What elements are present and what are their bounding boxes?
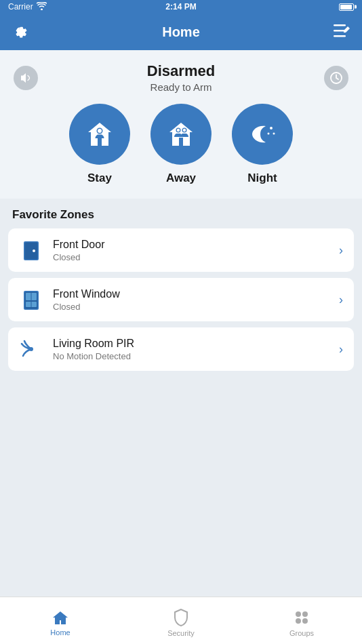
history-button[interactable] xyxy=(324,66,348,90)
zone-item-pir[interactable]: Living Room PIR No Motion Detected › xyxy=(8,327,354,371)
stay-icon xyxy=(83,117,117,151)
wifi-icon xyxy=(37,2,47,12)
carrier-label: Carrier xyxy=(8,2,33,12)
status-text: Disarmed Ready to Arm xyxy=(147,62,215,93)
svg-point-5 xyxy=(98,129,102,133)
svg-point-11 xyxy=(268,133,270,135)
pir-icon xyxy=(19,337,43,361)
sound-button[interactable] xyxy=(14,66,38,90)
status-bar-left: Carrier xyxy=(8,2,47,12)
status-bar: Carrier 2:14 PM xyxy=(0,0,362,14)
away-label: Away xyxy=(166,172,196,185)
away-circle xyxy=(150,104,212,165)
away-icon xyxy=(164,117,198,151)
zone-item-front-door[interactable]: Front Door Closed › xyxy=(8,228,354,272)
tab-security[interactable]: Security xyxy=(121,605,241,637)
svg-point-24 xyxy=(302,611,308,617)
tab-security-label: Security xyxy=(167,629,195,637)
groups-tab-icon xyxy=(293,609,310,626)
sound-icon xyxy=(20,72,32,84)
svg-point-15 xyxy=(33,249,35,252)
armed-sub: Ready to Arm xyxy=(147,81,215,93)
svg-point-12 xyxy=(273,133,275,135)
status-time: 2:14 PM xyxy=(165,2,196,12)
window-icon xyxy=(20,289,42,310)
zone-info-front-window: Front Window Closed xyxy=(53,288,339,312)
status-section: Disarmed Ready to Arm Stay xyxy=(0,50,362,199)
home-tab-icon xyxy=(52,609,69,626)
status-top: Disarmed Ready to Arm xyxy=(14,62,348,93)
svg-point-9 xyxy=(183,129,186,132)
zone-status-pir: No Motion Detected xyxy=(53,351,339,361)
night-icon xyxy=(245,117,279,151)
zone-status-front-door: Closed xyxy=(53,252,339,262)
edit-list-icon xyxy=(334,23,351,38)
chevron-icon-front-window: › xyxy=(339,293,343,307)
edit-button[interactable] xyxy=(334,23,351,41)
zone-item-front-window[interactable]: Front Window Closed › xyxy=(8,278,354,321)
svg-point-7 xyxy=(177,129,180,132)
svg-rect-0 xyxy=(334,24,346,26)
tab-bar: Home Security Groups xyxy=(0,597,362,644)
favorite-zones-header: Favorite Zones xyxy=(0,199,362,228)
zone-list: Front Door Closed › Front Window Closed … xyxy=(8,228,354,376)
security-tab-icon xyxy=(174,609,188,626)
svg-point-25 xyxy=(296,618,301,624)
chevron-icon-pir: › xyxy=(339,342,343,357)
svg-point-23 xyxy=(296,611,301,617)
gear-icon xyxy=(11,22,28,39)
tab-home[interactable]: Home xyxy=(0,605,121,637)
zone-info-front-door: Front Door Closed xyxy=(53,239,339,262)
svg-rect-2 xyxy=(334,35,346,37)
tab-groups-label: Groups xyxy=(289,629,314,637)
svg-point-26 xyxy=(302,618,308,624)
settings-button[interactable] xyxy=(11,22,28,42)
night-circle xyxy=(232,104,293,165)
svg-rect-14 xyxy=(25,243,38,260)
zone-status-front-window: Closed xyxy=(53,302,339,312)
battery-icon xyxy=(339,3,354,11)
stay-label: Stay xyxy=(87,172,112,185)
zone-info-pir: Living Room PIR No Motion Detected xyxy=(53,338,339,361)
svg-point-10 xyxy=(270,127,273,129)
away-button[interactable]: Away xyxy=(150,104,212,185)
pir-icon-wrap xyxy=(19,337,43,361)
clock-icon xyxy=(329,71,343,85)
nav-bar: Home xyxy=(0,14,362,50)
zone-name-pir: Living Room PIR xyxy=(53,338,339,350)
page-title: Home xyxy=(162,24,200,40)
door-icon-wrap xyxy=(19,238,43,262)
stay-button[interactable]: Stay xyxy=(69,104,130,185)
zone-name-front-window: Front Window xyxy=(53,288,339,300)
svg-point-22 xyxy=(29,347,33,351)
night-button[interactable]: Night xyxy=(232,104,293,185)
night-label: Night xyxy=(247,172,277,185)
tab-home-label: Home xyxy=(50,628,70,637)
arm-buttons: Stay Away xyxy=(14,104,348,185)
stay-circle xyxy=(69,104,130,165)
armed-status: Disarmed xyxy=(147,62,215,80)
tab-groups[interactable]: Groups xyxy=(241,605,362,637)
zone-name-front-door: Front Door xyxy=(53,239,339,251)
window-icon-wrap xyxy=(19,287,43,312)
door-icon xyxy=(20,239,42,261)
chevron-icon-front-door: › xyxy=(339,243,343,258)
